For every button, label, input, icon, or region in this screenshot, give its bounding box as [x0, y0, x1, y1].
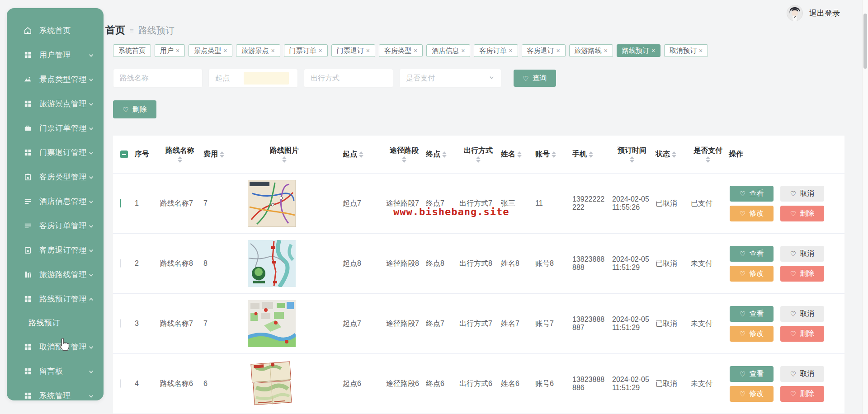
tab-取消预订[interactable]: 取消预订 × — [664, 44, 708, 57]
tab-门票退订[interactable]: 门票退订 × — [331, 44, 375, 57]
cancel-button[interactable]: ♡取消 — [780, 306, 824, 322]
sort-arrows-icon[interactable] — [630, 156, 634, 163]
column-header-状态: 状态 — [654, 147, 689, 162]
page-scrollbar[interactable] — [862, 0, 868, 414]
sidebar-item-门票订单管理[interactable]: 门票订单管理 — [7, 116, 104, 140]
heart-icon: ♡ — [123, 106, 128, 113]
sidebar-item-系统管理[interactable]: 系统管理 — [7, 383, 104, 408]
select-all-checkbox[interactable] — [120, 151, 128, 158]
search-button[interactable]: ♡ 查询 — [514, 70, 556, 87]
view-button[interactable]: ♡查看 — [730, 306, 774, 322]
sidebar-item-用户管理[interactable]: 用户管理 — [7, 42, 104, 67]
sidebar-item-客房退订管理[interactable]: 客房退订管理 — [7, 238, 104, 262]
scrollbar-thumb[interactable] — [863, 14, 867, 69]
status-badge: 已取消 — [654, 316, 689, 331]
subway-map-image[interactable] — [248, 180, 296, 227]
tab-close-icon[interactable]: × — [509, 47, 512, 54]
tab-用户[interactable]: 用户 × — [155, 44, 185, 57]
sort-arrows-icon[interactable] — [359, 151, 363, 158]
logout-button[interactable]: 退出登录 — [809, 8, 840, 19]
view-button[interactable]: ♡查看 — [730, 246, 774, 262]
view-button[interactable]: ♡查看 — [730, 366, 774, 382]
tab-客房类型[interactable]: 客房类型 × — [379, 44, 423, 57]
table-row: 2 路线名称8 8 起点8 途径路段8 终点8 出行方式8 姓名8 账号8 13… — [113, 234, 844, 294]
cancel-button[interactable]: ♡取消 — [780, 366, 824, 382]
sort-arrows-icon[interactable] — [517, 151, 522, 158]
folded-map-image[interactable] — [248, 360, 296, 407]
cancel-button[interactable]: ♡取消 — [780, 246, 824, 262]
delete-button[interactable]: ♡删除 — [780, 386, 824, 402]
tab-客房订单[interactable]: 客房订单 × — [474, 44, 518, 57]
edit-button[interactable]: ♡修改 — [730, 326, 774, 342]
sidebar-item-景点类型管理[interactable]: 景点类型管理 — [7, 67, 104, 91]
sidebar-item-路线预订管理[interactable]: 路线预订管理 — [7, 287, 104, 311]
city-map-image[interactable] — [248, 300, 296, 347]
sidebar-item-酒店信息管理[interactable]: 酒店信息管理 — [7, 189, 104, 213]
breadcrumb-home[interactable]: 首页 — [105, 24, 125, 37]
delete-button[interactable]: ♡删除 — [780, 326, 824, 342]
traffic-map-image[interactable] — [248, 240, 296, 287]
cell-index: 3 — [133, 317, 158, 330]
row-checkbox[interactable] — [120, 379, 121, 388]
sidebar-item-取消预订管理[interactable]: 取消预订管理 — [7, 334, 104, 359]
sidebar-item-客房类型管理[interactable]: 客房类型管理 — [7, 165, 104, 189]
edit-button[interactable]: ♡修改 — [730, 266, 774, 282]
sidebar-subitem-路线预订[interactable]: 路线预订 — [7, 311, 104, 334]
row-checkbox[interactable] — [120, 199, 121, 207]
sidebar-item-旅游景点管理[interactable]: 旅游景点管理 — [7, 91, 104, 116]
tab-close-icon[interactable]: × — [366, 47, 370, 54]
tab-label: 景点类型 — [194, 47, 221, 55]
delete-button[interactable]: ♡删除 — [780, 206, 824, 221]
row-checkbox[interactable] — [120, 259, 121, 268]
sort-arrows-icon[interactable] — [282, 156, 287, 163]
view-button[interactable]: ♡查看 — [730, 186, 774, 202]
cancel-button[interactable]: ♡取消 — [780, 186, 824, 202]
tab-close-icon[interactable]: × — [319, 47, 322, 54]
tab-close-icon[interactable]: × — [651, 47, 655, 54]
start-point-input[interactable] — [208, 69, 298, 88]
tab-close-icon[interactable]: × — [557, 47, 560, 54]
travel-mode-input[interactable] — [304, 69, 393, 88]
tab-close-icon[interactable]: × — [414, 47, 417, 54]
tab-客房退订[interactable]: 客房退订 × — [522, 44, 566, 57]
sidebar-item-门票退订管理[interactable]: 门票退订管理 — [7, 140, 104, 165]
tab-系统首页[interactable]: 系统首页 — [113, 44, 151, 57]
edit-button[interactable]: ♡修改 — [730, 206, 774, 221]
user-avatar[interactable] — [787, 5, 803, 21]
tab-酒店信息[interactable]: 酒店信息 × — [426, 44, 470, 57]
sidebar-item-留言板[interactable]: 留言板 — [7, 359, 104, 383]
sort-arrows-icon[interactable] — [672, 151, 676, 158]
tab-close-icon[interactable]: × — [461, 47, 465, 54]
sort-arrows-icon[interactable] — [552, 151, 556, 158]
tab-close-icon[interactable]: × — [604, 47, 608, 54]
sidebar-item-系统首页[interactable]: 系统首页 — [7, 18, 104, 42]
edit-button[interactable]: ♡修改 — [730, 386, 774, 402]
tab-旅游路线[interactable]: 旅游路线 × — [569, 44, 613, 57]
tab-旅游景点[interactable]: 旅游景点 × — [236, 44, 280, 57]
row-checkbox[interactable] — [120, 319, 121, 328]
heart-icon: ♡ — [523, 75, 528, 82]
sort-arrows-icon[interactable] — [442, 151, 447, 158]
bulk-delete-button[interactable]: ♡ 删除 — [113, 100, 156, 118]
tab-路线预订[interactable]: 路线预订 × — [617, 44, 660, 57]
tab-label: 客房类型 — [384, 47, 411, 55]
sort-arrows-icon[interactable] — [706, 156, 710, 163]
sort-arrows-icon[interactable] — [402, 156, 406, 163]
sidebar-item-客房订单管理[interactable]: 客房订单管理 — [7, 213, 104, 238]
sort-arrows-icon[interactable] — [178, 156, 182, 163]
route-name-input[interactable] — [113, 69, 203, 88]
tab-close-icon[interactable]: × — [271, 47, 274, 54]
is-paid-select[interactable]: 是否支付 — [399, 69, 501, 88]
tab-close-icon[interactable]: × — [223, 47, 227, 54]
sort-arrows-icon[interactable] — [589, 151, 593, 158]
sidebar-item-label: 系统管理 — [39, 390, 88, 401]
sidebar-item-旅游路线管理[interactable]: 旅游路线管理 — [7, 262, 104, 287]
tab-close-icon[interactable]: × — [699, 47, 703, 54]
sort-arrows-icon[interactable] — [476, 156, 481, 163]
cell-route-name: 路线名称6 — [158, 376, 202, 391]
sort-arrows-icon[interactable] — [220, 151, 224, 158]
tab-门票订单[interactable]: 门票订单 × — [284, 44, 328, 57]
tab-景点类型[interactable]: 景点类型 × — [189, 44, 232, 57]
tab-close-icon[interactable]: × — [176, 47, 179, 54]
delete-button[interactable]: ♡删除 — [780, 266, 824, 282]
